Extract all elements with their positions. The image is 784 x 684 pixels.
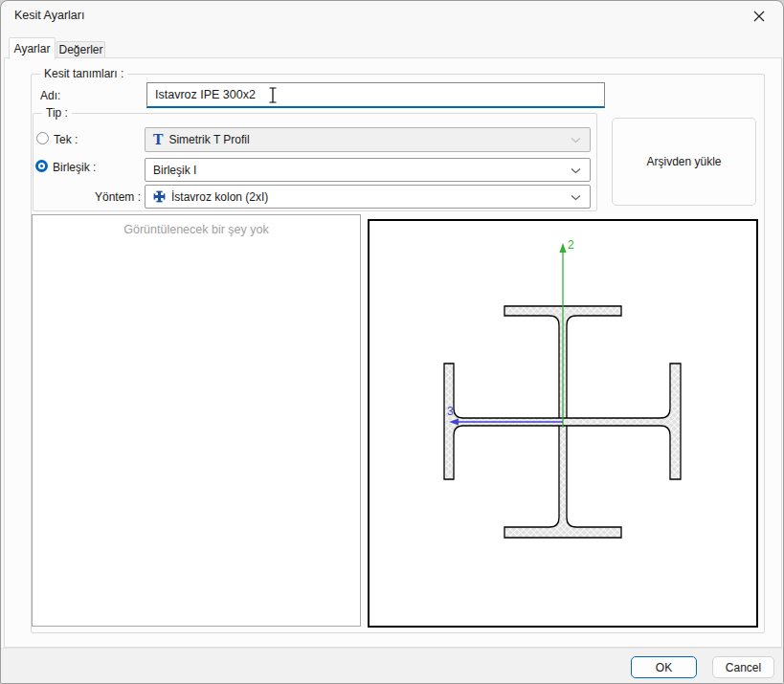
radio-inner-ring bbox=[38, 163, 45, 169]
name-input-value: Istavroz IPE 300x2 bbox=[155, 88, 256, 101]
birlesik-combobox[interactable]: Birleşik I bbox=[145, 158, 591, 182]
chevron-down-icon bbox=[571, 133, 581, 146]
tab-degerler-label: Değerler bbox=[58, 43, 102, 56]
text-cursor-icon bbox=[268, 87, 278, 103]
yontem-combobox-value: İstavroz kolon (2xI) bbox=[171, 190, 268, 204]
axis-3-label: 3 bbox=[447, 405, 454, 418]
birlesik-label: Birleşik : bbox=[53, 161, 96, 174]
kesit-ayarlari-dialog: Kesit Ayarları Ayarlar Değerler Kesit ta… bbox=[0, 0, 784, 684]
radio-tek[interactable] bbox=[36, 132, 49, 144]
ok-button[interactable]: OK bbox=[631, 656, 697, 678]
window-title: Kesit Ayarları bbox=[14, 9, 84, 22]
name-label: Adı: bbox=[40, 89, 60, 102]
radio-birlesik[interactable] bbox=[35, 160, 48, 172]
empty-list-panel: Görüntülenecek bir şey yok bbox=[32, 214, 361, 627]
footer-bar: OK Cancel bbox=[1, 648, 784, 684]
cancel-button[interactable]: Cancel bbox=[712, 656, 774, 678]
title-bar: Kesit Ayarları bbox=[1, 1, 783, 30]
yontem-combobox[interactable]: İstavroz kolon (2xI) bbox=[145, 185, 591, 209]
close-button[interactable] bbox=[745, 6, 773, 27]
tek-profile-combobox[interactable]: T Simetrik T Profil bbox=[145, 127, 591, 152]
chevron-down-icon bbox=[571, 190, 581, 204]
archive-load-button[interactable]: Arşivden yükle bbox=[612, 118, 756, 206]
tek-combobox-value: Simetrik T Profil bbox=[168, 133, 249, 146]
empty-list-message: Görüntülenecek bir şey yok bbox=[123, 223, 268, 236]
ok-button-label: OK bbox=[656, 661, 672, 674]
axis-3: 3 bbox=[447, 405, 563, 426]
tab-page-ayarlar: Kesit tanımları : Adı: Istavroz IPE 300x… bbox=[4, 57, 782, 648]
tip-group-title: Tip : bbox=[42, 106, 72, 120]
chevron-down-icon bbox=[571, 164, 581, 177]
name-input[interactable]: Istavroz IPE 300x2 bbox=[146, 82, 605, 108]
section-preview-canvas: 2 3 bbox=[368, 219, 758, 628]
axis-2-label: 2 bbox=[568, 238, 574, 252]
birlesik-combobox-value: Birleşik I bbox=[153, 164, 196, 177]
close-icon bbox=[753, 11, 765, 22]
tab-ayarlar-label: Ayarlar bbox=[14, 42, 51, 55]
kesit-tanimlari-group-title: Kesit tanımları : bbox=[40, 67, 127, 80]
cross-section-drawing: 2 3 bbox=[370, 221, 756, 626]
tek-label: Tek : bbox=[54, 133, 78, 146]
cruciform-column-icon bbox=[153, 190, 166, 203]
cancel-button-label: Cancel bbox=[726, 661, 761, 674]
tab-degerler[interactable]: Değerler bbox=[56, 41, 105, 57]
archive-load-button-label: Arşivden yükle bbox=[646, 155, 721, 168]
tab-ayarlar[interactable]: Ayarlar bbox=[9, 37, 56, 59]
yontem-label: Yöntem : bbox=[77, 190, 141, 204]
t-profile-icon: T bbox=[153, 133, 163, 146]
